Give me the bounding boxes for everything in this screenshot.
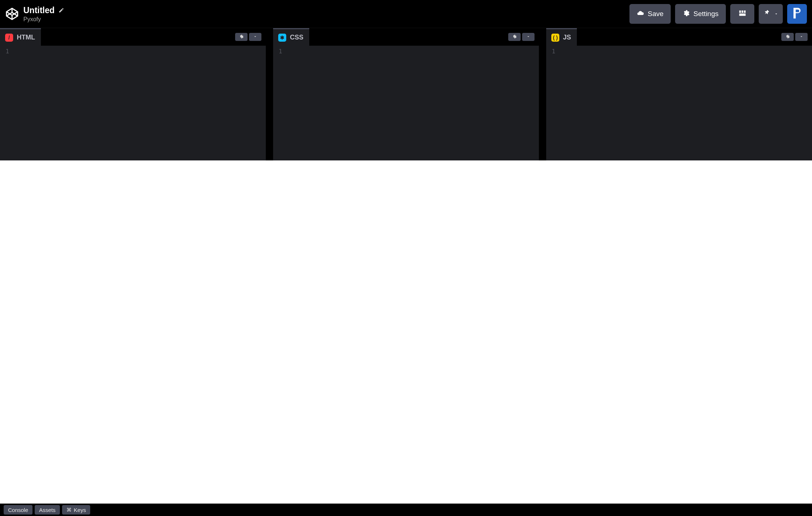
css-pane-controls xyxy=(508,33,535,41)
chevron-down-icon xyxy=(774,10,778,18)
settings-button[interactable]: Settings xyxy=(675,4,726,24)
command-icon: ⌘ xyxy=(66,507,72,513)
css-pane-header: ✱ CSS xyxy=(273,28,539,46)
editors-row: / HTML 1 ✱ CSS xyxy=(0,28,812,160)
html-editor[interactable]: 1 xyxy=(0,46,266,160)
user-avatar[interactable] xyxy=(787,4,807,24)
console-button-label: Console xyxy=(8,507,28,513)
pin-icon xyxy=(763,10,770,19)
js-pane-controls xyxy=(781,33,808,41)
js-pane: ( ) JS 1 xyxy=(546,28,812,160)
css-code-area[interactable] xyxy=(288,46,539,160)
css-settings-button[interactable] xyxy=(508,33,521,41)
js-code-area[interactable] xyxy=(561,46,812,160)
js-pane-header: ( ) JS xyxy=(546,28,812,46)
line-number: 1 xyxy=(552,48,555,55)
title-row[interactable]: Untitled xyxy=(23,5,64,15)
chevron-down-icon xyxy=(799,34,804,40)
js-tab[interactable]: ( ) JS xyxy=(546,28,577,46)
save-button[interactable]: Save xyxy=(629,4,671,24)
js-gutter: 1 xyxy=(546,46,561,160)
assets-button-label: Assets xyxy=(39,507,55,513)
css-tab-label: CSS xyxy=(290,34,303,41)
title-block: Untitled Pyxofy xyxy=(23,5,64,23)
header-right: Save Settings xyxy=(629,4,807,24)
html-dropdown-button[interactable] xyxy=(249,33,261,41)
css-dropdown-button[interactable] xyxy=(522,33,535,41)
css-editor[interactable]: 1 xyxy=(273,46,539,160)
pin-button[interactable] xyxy=(759,4,783,24)
line-number: 1 xyxy=(5,48,9,55)
html-pane-controls xyxy=(235,33,261,41)
html-pane-header: / HTML xyxy=(0,28,266,46)
html-gutter: 1 xyxy=(0,46,15,160)
svg-rect-5 xyxy=(744,10,746,12)
css-tab[interactable]: ✱ CSS xyxy=(273,28,309,46)
settings-button-label: Settings xyxy=(693,10,719,18)
html-code-area[interactable] xyxy=(15,46,266,160)
pen-title: Untitled xyxy=(23,5,55,15)
css-pane: ✱ CSS 1 xyxy=(273,28,539,160)
svg-rect-6 xyxy=(739,13,746,15)
html-badge-icon: / xyxy=(5,34,13,42)
avatar-p-icon xyxy=(792,7,803,21)
html-settings-button[interactable] xyxy=(235,33,248,41)
css-badge-icon: ✱ xyxy=(278,34,286,42)
save-button-label: Save xyxy=(648,10,663,18)
console-button[interactable]: Console xyxy=(4,505,32,515)
footer: Console Assets ⌘ Keys xyxy=(0,504,812,516)
js-tab-label: JS xyxy=(563,34,571,41)
output-preview[interactable] xyxy=(0,160,812,504)
gear-icon xyxy=(682,10,690,19)
shortcuts-button[interactable]: ⌘ Keys xyxy=(62,505,90,515)
html-tab-label: HTML xyxy=(17,34,35,41)
chevron-down-icon xyxy=(526,34,531,40)
html-pane: / HTML 1 xyxy=(0,28,266,160)
layout-icon xyxy=(738,9,746,19)
assets-button[interactable]: Assets xyxy=(35,505,60,515)
header: Untitled Pyxofy Save Settings xyxy=(0,0,812,28)
html-tab[interactable]: / HTML xyxy=(0,28,41,46)
js-dropdown-button[interactable] xyxy=(795,33,808,41)
js-editor[interactable]: 1 xyxy=(546,46,812,160)
svg-rect-3 xyxy=(739,10,741,12)
chevron-down-icon xyxy=(253,34,257,40)
shortcuts-button-label: Keys xyxy=(74,507,86,513)
pencil-icon[interactable] xyxy=(58,7,64,13)
gear-icon xyxy=(239,34,244,40)
svg-rect-4 xyxy=(742,10,743,12)
codepen-logo-icon[interactable] xyxy=(5,7,19,21)
layout-button[interactable] xyxy=(730,4,754,24)
header-left: Untitled Pyxofy xyxy=(5,5,64,23)
gear-icon xyxy=(512,34,517,40)
gear-icon xyxy=(785,34,790,40)
line-number: 1 xyxy=(279,48,282,55)
js-settings-button[interactable] xyxy=(781,33,794,41)
cloud-icon xyxy=(637,10,644,19)
css-gutter: 1 xyxy=(273,46,288,160)
author-name[interactable]: Pyxofy xyxy=(23,16,64,23)
js-badge-icon: ( ) xyxy=(551,34,559,42)
